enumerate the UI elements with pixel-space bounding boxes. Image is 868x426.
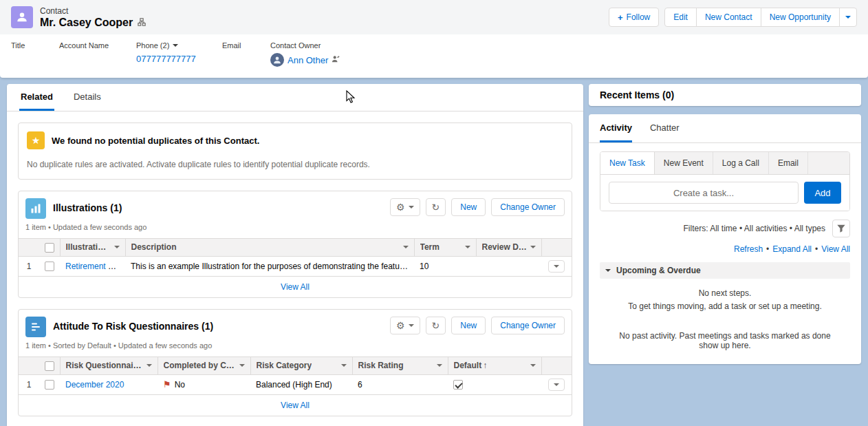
- row-checkbox[interactable]: [45, 380, 54, 390]
- duplicates-title: We found no potential duplicates of this…: [52, 136, 259, 146]
- expand-all-link[interactable]: Expand All: [772, 244, 812, 254]
- tab-email[interactable]: Email: [769, 152, 808, 174]
- email-field-label: Email: [222, 41, 265, 50]
- questionnaire-icon: [25, 317, 46, 337]
- row-actions-button[interactable]: [548, 260, 565, 273]
- atr-view-all-link[interactable]: View All: [281, 401, 310, 410]
- illustrations-meta: 1 item • Updated a few seconds ago: [19, 219, 572, 238]
- column-header-review-date[interactable]: Review Date: [476, 239, 541, 257]
- tab-related-label: Related: [21, 92, 53, 102]
- questionnaire-name-link[interactable]: December 2020: [65, 380, 124, 390]
- tab-new-event[interactable]: New Event: [655, 152, 713, 174]
- atr-questionnaires-card: Attitude To Risk Questionnaires (1) ⚙ ↻ …: [18, 309, 572, 416]
- change-owner-icon[interactable]: [332, 55, 340, 65]
- follow-button[interactable]: + Follow: [609, 8, 659, 27]
- tab-related[interactable]: Related: [19, 84, 54, 111]
- chevron-down-icon: [341, 364, 347, 367]
- column-header-term[interactable]: Term: [414, 239, 476, 257]
- select-all-checkbox[interactable]: [45, 361, 54, 371]
- default-checkbox[interactable]: [453, 380, 463, 390]
- column-header-default[interactable]: Default↑: [448, 356, 541, 374]
- refresh-icon: ↻: [432, 202, 440, 212]
- select-all-checkbox[interactable]: [45, 243, 54, 253]
- tab-activity[interactable]: Activity: [600, 114, 632, 142]
- funnel-icon: [836, 224, 846, 233]
- phone-value-link[interactable]: 077777777777: [136, 53, 217, 64]
- activity-filters-text: Filters: All time • All activities • All…: [684, 224, 825, 233]
- atr-title[interactable]: Attitude To Risk Questionnaires (1): [53, 321, 213, 332]
- more-actions-button[interactable]: [839, 8, 857, 27]
- row-number: 1: [19, 256, 39, 276]
- filter-button[interactable]: [832, 220, 850, 237]
- tab-details[interactable]: Details: [72, 84, 102, 111]
- select-all-header: [39, 239, 60, 257]
- atr-change-owner-button[interactable]: Change Owner: [491, 317, 565, 334]
- illustrations-new-button[interactable]: New: [451, 198, 486, 216]
- hierarchy-icon[interactable]: [138, 17, 146, 29]
- page-title: Mr. Casey Cooper: [40, 17, 133, 29]
- illustrations-title[interactable]: Illustrations (1): [53, 202, 122, 213]
- separator: •: [815, 244, 818, 254]
- illustration-name-link[interactable]: Retirement Plan: [65, 262, 124, 271]
- refresh-icon: ↻: [432, 321, 440, 330]
- phone-label-text: Phone (2): [136, 41, 169, 50]
- account-name-field-value: [59, 53, 131, 64]
- field-title: Title: [11, 41, 59, 67]
- entity-label: Contact: [40, 6, 146, 16]
- atr-settings-button[interactable]: ⚙: [390, 317, 420, 334]
- actions-column-header: [541, 239, 572, 257]
- record-body-panel: Related Details ★ We found no potential …: [7, 84, 583, 426]
- column-header-questionnaire-name[interactable]: Risk Questionnaire N...: [60, 356, 158, 374]
- table-row: 1 Retirement Plan This is an example Ill…: [19, 256, 572, 276]
- row-actions-button[interactable]: [548, 379, 565, 391]
- illustrations-card: Illustrations (1) ⚙ ↻ New Change Owner 1…: [18, 191, 572, 298]
- add-task-button[interactable]: Add: [804, 182, 841, 204]
- column-header-illustration-name[interactable]: Illustration ...: [60, 239, 125, 257]
- column-label: Risk Questionnaire N...: [66, 361, 144, 370]
- new-contact-button[interactable]: New Contact: [696, 8, 761, 27]
- column-header-risk-rating[interactable]: Risk Rating: [352, 356, 448, 374]
- row-number: 1: [19, 374, 39, 394]
- phone-field-label[interactable]: Phone (2): [136, 41, 217, 50]
- tab-new-task[interactable]: New Task: [600, 152, 655, 174]
- tab-chatter[interactable]: Chatter: [650, 114, 680, 142]
- illustrations-view-all-link[interactable]: View All: [281, 282, 310, 292]
- sort-ascending-icon: ↑: [483, 361, 487, 370]
- separator: •: [766, 244, 769, 254]
- refresh-link[interactable]: Refresh: [734, 244, 763, 254]
- completed-by-cell: ⚑No: [158, 374, 250, 394]
- upcoming-overdue-section[interactable]: Upcoming & Overdue: [600, 262, 850, 279]
- tab-chatter-label: Chatter: [650, 123, 680, 133]
- right-sidebar: Recent Items (0) Activity Chatter New Ta…: [589, 84, 861, 364]
- column-label: Completed by Conta...: [164, 361, 237, 370]
- atr-refresh-button[interactable]: ↻: [426, 317, 446, 334]
- completed-by-value: No: [175, 380, 185, 390]
- chevron-down-icon: [845, 16, 851, 19]
- chevron-down-icon: [173, 44, 178, 47]
- illustrations-refresh-button[interactable]: ↻: [426, 198, 446, 216]
- atr-new-button[interactable]: New: [451, 317, 486, 334]
- chevron-down-icon: [239, 364, 245, 367]
- view-all-link[interactable]: View All: [821, 244, 850, 254]
- illustrations-change-owner-button[interactable]: Change Owner: [491, 198, 565, 216]
- chevron-down-icon: [147, 364, 152, 367]
- column-header-completed-by[interactable]: Completed by Conta...: [158, 356, 250, 374]
- edit-button[interactable]: Edit: [664, 8, 697, 27]
- flag-icon: ⚑: [163, 379, 171, 390]
- duplicates-description: No duplicate rules are activated. Activa…: [27, 160, 563, 169]
- field-email: Email: [222, 41, 270, 67]
- duplicates-card: ★ We found no potential duplicates of th…: [18, 123, 572, 180]
- upcoming-overdue-title: Upcoming & Overdue: [616, 266, 701, 275]
- column-header-description[interactable]: Description: [125, 239, 414, 257]
- tab-log-a-call[interactable]: Log a Call: [713, 152, 769, 174]
- owner-name-link[interactable]: Ann Other: [287, 55, 328, 65]
- row-checkbox[interactable]: [45, 262, 54, 271]
- create-task-input[interactable]: [609, 182, 799, 204]
- column-label: Illustration ...: [66, 242, 111, 252]
- new-opportunity-button[interactable]: New Opportunity: [761, 8, 840, 27]
- illustrations-settings-button[interactable]: ⚙: [390, 198, 420, 216]
- column-header-risk-category[interactable]: Risk Category: [250, 356, 352, 374]
- atr-meta: 1 item • Sorted by Default • Updated a f…: [19, 337, 572, 356]
- title-field-value: [11, 53, 54, 64]
- owner-avatar: [270, 53, 284, 67]
